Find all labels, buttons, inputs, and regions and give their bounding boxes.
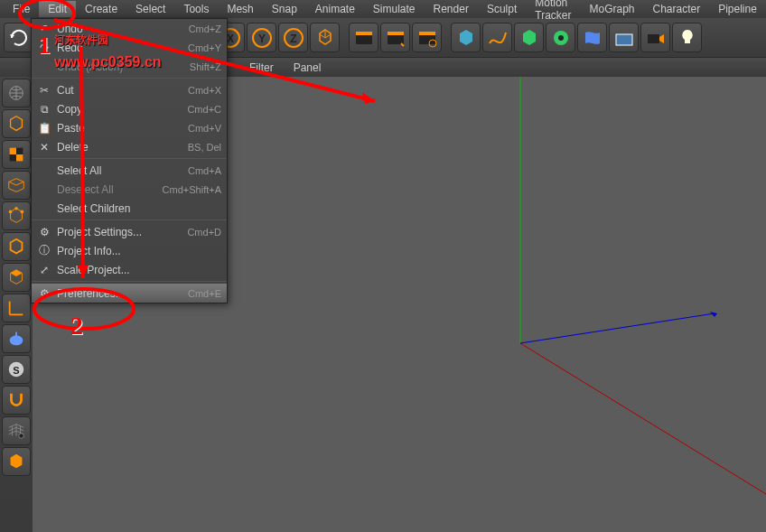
polygon-mode-button[interactable] <box>2 263 31 292</box>
copy-icon: ⧉ <box>37 102 51 117</box>
menu-character[interactable]: Character <box>644 1 710 17</box>
menu-edit[interactable]: Edit <box>39 1 76 17</box>
menubar: File Edit Create Select Tools Mesh Snap … <box>0 0 766 18</box>
svg-rect-13 <box>388 32 404 35</box>
generator-button[interactable] <box>514 23 544 52</box>
svg-point-29 <box>9 210 13 214</box>
cut-icon: ✂ <box>37 83 51 98</box>
annotation-2: 2 <box>70 312 83 341</box>
model-mode-button[interactable] <box>2 109 31 138</box>
svg-point-18 <box>558 35 564 41</box>
render-settings-button[interactable] <box>412 23 442 52</box>
filter-menu[interactable]: Filter <box>246 61 277 74</box>
render-region-button[interactable] <box>380 23 410 52</box>
tweak-button[interactable] <box>2 324 31 353</box>
viewport-solo-button[interactable] <box>2 447 31 476</box>
svg-text:S: S <box>13 365 19 376</box>
svg-text:Y: Y <box>257 33 265 45</box>
menu-copy[interactable]: ⧉CopyCmd+C <box>32 99 227 118</box>
workplane-button[interactable] <box>2 171 31 200</box>
svg-rect-11 <box>356 32 372 35</box>
menu-delete[interactable]: ✕DeleteBS, Del <box>32 137 227 156</box>
menu-project-settings[interactable]: ⚙Project Settings...Cmd+D <box>32 222 227 241</box>
scale-icon: ⤢ <box>37 263 51 277</box>
z-axis-button[interactable]: Z <box>278 23 308 52</box>
menu-motiontracker[interactable]: Motion Tracker <box>526 0 580 23</box>
snap-button[interactable] <box>2 386 31 415</box>
menu-sculpt[interactable]: Sculpt <box>478 1 526 17</box>
svg-line-39 <box>520 313 715 343</box>
grid-button[interactable] <box>2 416 31 445</box>
dollar-button[interactable]: S <box>2 355 31 384</box>
svg-rect-21 <box>648 34 659 43</box>
menu-create[interactable]: Create <box>76 1 126 17</box>
svg-rect-24 <box>16 148 23 154</box>
svg-rect-25 <box>10 154 16 161</box>
menu-snap[interactable]: Snap <box>263 1 306 17</box>
menu-project-info[interactable]: ⓘProject Info... <box>32 241 227 260</box>
svg-rect-33 <box>15 332 17 338</box>
spline-button[interactable] <box>482 23 512 52</box>
prefs-icon: ⚙ <box>37 286 51 301</box>
texture-mode-button[interactable] <box>2 140 31 169</box>
camera-button[interactable] <box>640 23 670 52</box>
annotation-1: 1 <box>38 31 51 60</box>
menu-mesh[interactable]: Mesh <box>218 1 262 17</box>
menu-scale-project[interactable]: ⤢Scale Project... <box>32 260 227 279</box>
light-button[interactable] <box>672 23 702 52</box>
fx-button[interactable] <box>546 23 575 52</box>
point-mode-button[interactable] <box>2 201 31 230</box>
settings-icon: ⚙ <box>37 225 51 239</box>
deformer-button[interactable] <box>577 23 607 52</box>
panel-menu[interactable]: Panel <box>290 61 325 74</box>
svg-line-38 <box>520 343 766 494</box>
info-icon: ⓘ <box>37 244 51 258</box>
undo-button[interactable] <box>4 23 33 52</box>
menu-select[interactable]: Select <box>126 1 174 17</box>
make-editable-button[interactable] <box>2 79 31 107</box>
menu-mograph[interactable]: MoGraph <box>580 1 643 17</box>
environment-button[interactable] <box>609 23 639 52</box>
menu-animate[interactable]: Animate <box>306 1 364 17</box>
menu-pipeline[interactable]: Pipeline <box>709 1 766 17</box>
axis-button[interactable] <box>2 294 31 322</box>
menu-render[interactable]: Render <box>425 1 478 17</box>
menu-file[interactable]: File <box>4 1 39 17</box>
svg-rect-15 <box>419 32 435 35</box>
svg-rect-23 <box>10 148 16 154</box>
menu-select-children[interactable]: Select Children <box>32 199 227 218</box>
coord-system-button[interactable] <box>310 23 340 52</box>
svg-rect-26 <box>16 154 23 161</box>
edge-mode-button[interactable] <box>2 232 31 261</box>
svg-rect-19 <box>616 34 632 45</box>
menu-paste[interactable]: 📋PasteCmd+V <box>32 118 227 137</box>
svg-point-28 <box>21 210 24 214</box>
paste-icon: 📋 <box>37 121 51 135</box>
menu-cut[interactable]: ✂CutCmd+X <box>32 80 227 99</box>
svg-text:Z: Z <box>290 33 296 45</box>
left-toolbar: S <box>0 77 33 532</box>
menu-simulate[interactable]: Simulate <box>364 1 425 17</box>
watermark-text: 河东软件园 www.pc0359.cn <box>54 25 162 72</box>
cube-primitive-button[interactable] <box>451 23 481 52</box>
svg-point-36 <box>19 434 24 439</box>
svg-point-27 <box>14 207 18 210</box>
y-axis-button[interactable]: Y <box>247 23 276 52</box>
delete-icon: ✕ <box>37 140 51 154</box>
menu-select-all[interactable]: Select AllCmd+A <box>32 161 227 180</box>
menu-preferences[interactable]: ⚙Preferences...Cmd+E <box>32 284 227 303</box>
render-button[interactable] <box>349 23 378 52</box>
menu-deselect-all: Deselect AllCmd+Shift+A <box>32 180 227 199</box>
menu-tools[interactable]: Tools <box>174 1 218 17</box>
